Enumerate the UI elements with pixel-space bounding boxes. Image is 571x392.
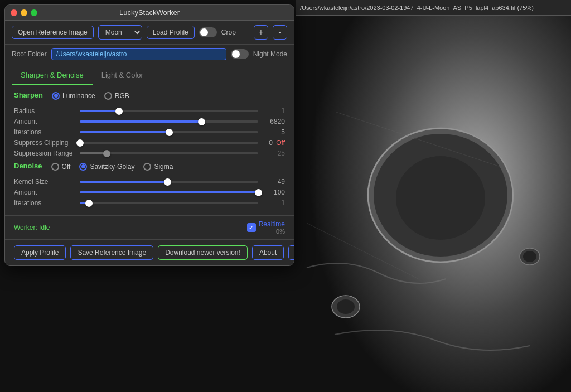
crop-label: Crop [221, 28, 236, 36]
kernel-size-label: Kernel Size [14, 178, 75, 186]
image-path-bar: /Users/wkasteleijn/astro/2023-03-02-1947… [296, 0, 571, 16]
image-path-text: /Users/wkasteleijn/astro/2023-03-02-1947… [300, 4, 534, 11]
window-title: LuckyStackWorker [119, 8, 180, 17]
denoise-iterations-row: Iterations 1 [14, 199, 285, 207]
sharpen-iterations-row: Iterations 5 [14, 128, 285, 136]
amount-slider[interactable] [80, 120, 258, 123]
amount-value: 6820 [263, 118, 285, 125]
window-controls [11, 9, 37, 16]
amount-label: Amount [14, 118, 75, 125]
iterations-value: 5 [263, 128, 285, 136]
bottom-bar: Apply Profile Save Reference Image Downl… [5, 239, 294, 265]
denoise-section: Denoise Off Savitzky-Golay Sigma [14, 162, 285, 207]
zoom-in-button[interactable]: + [254, 25, 268, 40]
suppress-clipping-value: 0 Off [263, 139, 285, 147]
about-button[interactable]: About [252, 245, 284, 260]
svg-point-4 [396, 156, 485, 240]
save-reference-button[interactable]: Save Reference Image [70, 245, 153, 260]
zoom-out-button[interactable]: - [273, 25, 287, 40]
denoise-amount-label: Amount [14, 188, 75, 196]
svg-point-9 [523, 251, 536, 262]
open-reference-button[interactable]: Open Reference Image [12, 26, 94, 39]
minimize-button[interactable] [21, 9, 27, 16]
title-bar: LuckyStackWorker [5, 5, 294, 21]
radio-off[interactable]: Off [51, 163, 71, 171]
tab-light-color[interactable]: Light & Color [93, 66, 152, 85]
radio-luminance[interactable]: Luminance [52, 92, 95, 100]
toolbar: Open Reference Image Moon Sun Planets Lo… [5, 21, 294, 45]
iterations-slider[interactable] [80, 131, 258, 133]
radio-rgb[interactable]: RGB [104, 92, 129, 100]
suppress-clipping-row: Suppress Clipping 0 Off [14, 139, 285, 147]
realtime-checkbox[interactable] [247, 223, 256, 232]
close-button[interactable] [11, 9, 17, 16]
load-profile-button[interactable]: Load Profile [147, 26, 195, 39]
night-mode-label: Night Mode [253, 50, 287, 58]
kernel-size-slider[interactable] [80, 181, 258, 183]
radio-savitzky[interactable]: Savitzky-Golay [79, 163, 134, 171]
radio-luminance-label: Luminance [62, 92, 95, 100]
apply-profile-button[interactable]: Apply Profile [14, 245, 66, 260]
denoise-iterations-label: Iterations [14, 199, 75, 207]
iterations-label: Iterations [14, 128, 75, 136]
radius-slider[interactable] [80, 110, 258, 112]
suppression-range-row: Suppression Range 25 [14, 149, 285, 157]
sharpen-mode-group: Luminance RGB [52, 92, 129, 100]
denoise-iterations-value: 1 [263, 199, 285, 207]
worker-status: Worker: Idle [14, 224, 50, 231]
radio-sigma-circle [143, 163, 151, 171]
denoise-iterations-slider[interactable] [80, 202, 258, 204]
svg-point-11 [337, 299, 355, 314]
root-folder-row: Root Folder Night Mode [5, 45, 294, 64]
suppress-clipping-slider[interactable] [80, 142, 258, 144]
suppression-range-slider[interactable] [80, 152, 258, 154]
kernel-size-row: Kernel Size 49 [14, 178, 285, 186]
crop-toggle[interactable] [199, 27, 217, 37]
suppress-clipping-label: Suppress Clipping [14, 139, 75, 147]
denoise-title: Denoise [14, 162, 42, 170]
sharpen-radius-row: Radius 1 [14, 107, 285, 115]
radio-rgb-label: RGB [115, 92, 129, 100]
profile-dropdown[interactable]: Moon Sun Planets [98, 25, 142, 40]
radio-luminance-circle [52, 92, 60, 100]
realtime-percent: 0% [276, 228, 285, 235]
suppression-range-value: 25 [263, 149, 285, 157]
radio-sigma[interactable]: Sigma [143, 163, 173, 171]
radius-label: Radius [14, 107, 75, 115]
denoise-amount-row: Amount 100 [14, 188, 285, 196]
tabs-row: Sharpen & Denoise Light & Color [5, 66, 294, 85]
kernel-size-value: 49 [263, 178, 285, 186]
tab-sharpen-denoise[interactable]: Sharpen & Denoise [12, 66, 93, 85]
radio-off-circle [51, 163, 59, 171]
root-folder-label: Root Folder [12, 50, 47, 58]
realtime-label: Realtime [259, 220, 285, 228]
radio-rgb-circle [104, 92, 112, 100]
radio-savitzky-label: Savitzky-Golay [90, 163, 134, 171]
realtime-container: Realtime 0% [247, 220, 285, 235]
suppression-range-label: Suppression Range [14, 149, 75, 157]
content-area: Sharpen Luminance RGB Radius [5, 85, 294, 215]
maximize-button[interactable] [31, 9, 37, 16]
download-button[interactable]: Download newer version! [158, 245, 248, 260]
main-panel: LuckyStackWorker Open Reference Image Mo… [4, 4, 294, 266]
denoise-amount-value: 100 [263, 188, 285, 196]
denoise-amount-slider[interactable] [80, 191, 258, 193]
radio-savitzky-circle [79, 163, 87, 171]
sharpen-title: Sharpen [14, 91, 43, 99]
radio-off-label: Off [62, 163, 71, 171]
sharpen-amount-row: Amount 6820 [14, 118, 285, 125]
root-folder-input[interactable] [51, 48, 226, 60]
denoise-mode-group: Off Savitzky-Golay Sigma [51, 163, 173, 171]
radio-sigma-label: Sigma [154, 163, 173, 171]
exit-button[interactable]: Exit [288, 245, 294, 260]
status-bar: Worker: Idle Realtime 0% [5, 215, 294, 239]
night-mode-toggle[interactable] [231, 49, 249, 59]
sharpen-section: Sharpen Luminance RGB Radius [14, 91, 285, 157]
radius-value: 1 [263, 107, 285, 115]
